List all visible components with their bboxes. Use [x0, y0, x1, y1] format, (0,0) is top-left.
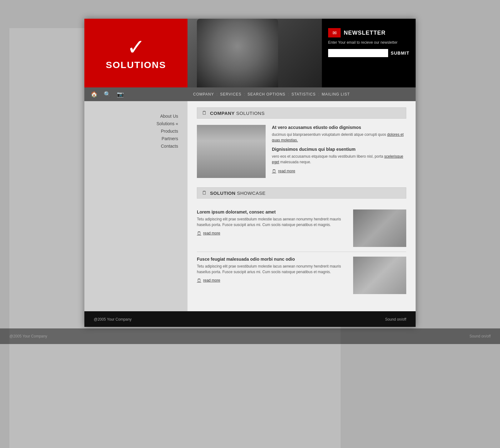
ghost-copyright: @2005 Your Company [9, 334, 47, 338]
nav-search-options[interactable]: SEARCH OPTIONS [245, 92, 288, 96]
footer-right: Sound on/off [197, 317, 406, 322]
read-more-icon: 🗒 [272, 169, 276, 174]
nav-icons: 🏠 🔍 📷 [84, 91, 188, 98]
logo-title: SOLUTIONS [106, 60, 166, 70]
showcase-item-2: Fusce feugiat malesuada odio morbi nunc … [197, 252, 406, 299]
solutions-text: At vero accusamus etiusto odio dignismos… [272, 125, 406, 178]
showcase-body-2: Tetu adipiscing elit prae svestibulum mo… [197, 263, 347, 275]
header: ✓ SOLUTIONS ✉ NEWSLETTER Enter Your emai… [84, 19, 416, 87]
showcase-header: 🗒 SOLUTION SHOWCASE [197, 187, 406, 199]
nav-bar: 🏠 🔍 📷 COMPANY : SERVICES : SEARCH OPTION… [84, 87, 416, 101]
sidebar-item-partners[interactable]: Partners [84, 136, 178, 141]
home-icon[interactable]: 🏠 [91, 91, 98, 98]
footer-left: @2005 Your Company [94, 317, 197, 322]
showcase-read-more-label-2[interactable]: read more [203, 278, 220, 283]
logo-area: ✓ SOLUTIONS [84, 19, 188, 87]
header-photo [188, 19, 322, 87]
sidebar-link-solutions[interactable]: Solutions « [157, 121, 178, 126]
team-silhouette [197, 125, 266, 178]
ghost-footer: @2005 Your Company Sound on/off [0, 328, 500, 344]
nav-statistics[interactable]: STATISTICS [289, 92, 318, 96]
footer-sound-toggle[interactable]: Sound on/off [385, 317, 406, 322]
showcase-title-bold: SOLUTION [210, 190, 236, 196]
newsletter-area: ✉ NEWSLETTER Enter Your email to recieve… [322, 19, 416, 87]
solutions-team-image [197, 125, 266, 178]
newsletter-email-input[interactable] [328, 49, 388, 57]
showcase-section-icon: 🗒 [202, 190, 207, 196]
showcase-read-more-icon-1: 🗒 [197, 231, 201, 236]
company-solutions-title-bold: COMPANY [210, 111, 235, 116]
nav-company[interactable]: COMPANY [191, 92, 217, 96]
newsletter-form: SUBMIT [328, 49, 409, 57]
showcase-item-1: Lorem ipsum doloramet, consec amet Tetu … [197, 205, 406, 252]
solutions-read-more[interactable]: 🗒 read more [272, 169, 406, 174]
sidebar-link-contacts[interactable]: Contacts [161, 144, 178, 149]
sidebar-item-about-us[interactable]: About Us [84, 114, 178, 119]
showcase-read-more-label-1[interactable]: read more [203, 231, 220, 235]
showcase-title-rest: SHOWCASE [236, 190, 266, 196]
sidebar-item-solutions[interactable]: Solutions « [84, 121, 178, 126]
showcase-body-1: Tetu adipiscing elit prae svestibulum mo… [197, 216, 347, 228]
company-solutions-title: COMPANY SOLUTIONS [210, 111, 265, 116]
solutions-para-1: ducimus qui blanpraesentium voluptatum d… [272, 132, 406, 143]
solutions-heading-2: Dignissimos ducimus qui blap esentium [272, 147, 406, 152]
solutions-para-2: vero eos et accusamus etquisque nulla ve… [272, 154, 406, 165]
content-wrapper: About Us Solutions « Products Partners C… [84, 101, 416, 311]
solutions-body: At vero accusamus etiusto odio dignismos… [197, 125, 406, 178]
nav-links: COMPANY : SERVICES : SEARCH OPTIONS : ST… [188, 92, 416, 96]
logo-checkmark-icon: ✓ [127, 36, 145, 58]
showcase-read-more-1[interactable]: 🗒 read more [197, 231, 347, 236]
company-solutions-title-rest: SOLUTIONS [235, 111, 265, 116]
nav-mailing-list[interactable]: MAILING LIST [319, 92, 352, 96]
showcase-title-1: Lorem ipsum doloramet, consec amet [197, 209, 347, 214]
newsletter-title: NEWSLETTER [344, 30, 386, 36]
search-icon[interactable]: 🔍 [104, 91, 111, 98]
newsletter-description: Enter Your email to recieve our newslett… [328, 40, 398, 45]
showcase-section: 🗒 SOLUTION SHOWCASE Lorem ipsum dolorame… [197, 187, 406, 299]
solutions-heading-1: At vero accusamus etiusto odio dignismos [272, 125, 406, 130]
showcase-title: SOLUTION SHOWCASE [210, 190, 266, 196]
company-solutions-header: 🗒 COMPANY SOLUTIONS [197, 107, 406, 119]
person-silhouette [188, 19, 322, 87]
section-document-icon: 🗒 [202, 110, 207, 116]
nav-services[interactable]: SERVICES [218, 92, 244, 96]
person-face [197, 19, 278, 87]
showcase-title-2: Fusce feugiat malesuada odio morbi nunc … [197, 257, 347, 262]
newsletter-title-row: ✉ NEWSLETTER [328, 28, 386, 37]
footer: @2005 Your Company Sound on/off [84, 311, 416, 327]
solutions-read-more-label[interactable]: read more [278, 169, 295, 173]
camera-icon[interactable]: 📷 [117, 91, 124, 98]
showcase-image-2 [353, 257, 406, 294]
sidebar-menu: About Us Solutions « Products Partners C… [84, 114, 188, 149]
company-solutions-section: 🗒 COMPANY SOLUTIONS At vero accusamus et… [197, 107, 406, 178]
main-content: 🗒 COMPANY SOLUTIONS At vero accusamus et… [188, 101, 416, 311]
showcase-text-1: Lorem ipsum doloramet, consec amet Tetu … [197, 209, 347, 236]
sidebar-link-products[interactable]: Products [161, 129, 178, 134]
showcase-image-1 [353, 209, 406, 247]
showcase-read-more-icon-2: 🗒 [197, 278, 201, 283]
sidebar: About Us Solutions « Products Partners C… [84, 101, 188, 311]
sidebar-link-partners[interactable]: Partners [162, 136, 178, 141]
newsletter-submit-button[interactable]: SUBMIT [391, 51, 409, 56]
newsletter-envelope-icon: ✉ [328, 28, 341, 37]
showcase-read-more-2[interactable]: 🗒 read more [197, 278, 347, 283]
sidebar-item-contacts[interactable]: Contacts [84, 144, 178, 149]
footer-copyright: @2005 Your Company [94, 317, 132, 322]
showcase-text-2: Fusce feugiat malesuada odio morbi nunc … [197, 257, 347, 283]
sidebar-link-about-us[interactable]: About Us [160, 114, 178, 119]
sidebar-item-products[interactable]: Products [84, 129, 178, 134]
ghost-sound: Sound on/off [469, 334, 491, 338]
